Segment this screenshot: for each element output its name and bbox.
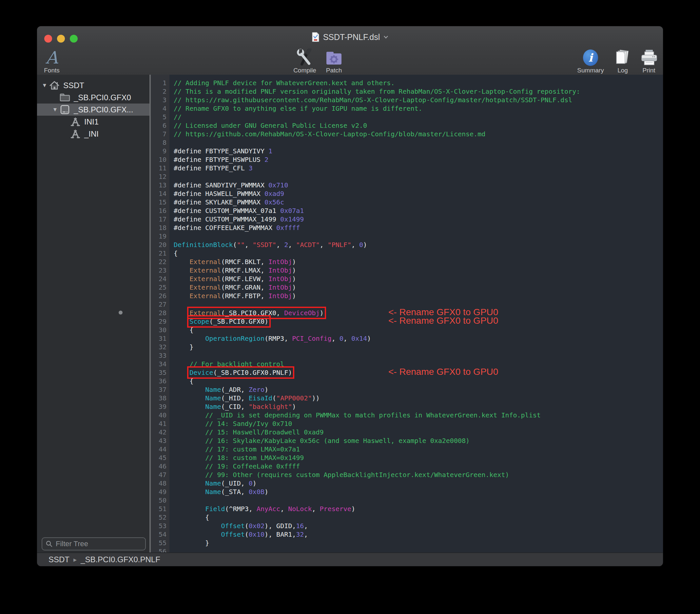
line-number: 45 [151, 453, 170, 462]
line-number: 53 [151, 522, 170, 530]
code-line-44[interactable]: // 17: custom LMAX=0x7a1 [170, 445, 663, 453]
code-line-18[interactable]: #define COFFEELAKE_PWMMAX 0xffff [170, 224, 663, 232]
code-line-54[interactable]: Offset(0x10), BAR1,32, [170, 530, 663, 539]
code-line-7[interactable]: // https://github.com/RehabMan/OS-X-Clov… [170, 130, 663, 138]
code-line-6[interactable]: // Licensed under GNU General Public Lic… [170, 121, 663, 130]
filter-tree-field[interactable]: Filter Tree [42, 537, 146, 550]
code-line-49[interactable]: Name(_STA, 0x0B) [170, 488, 663, 496]
search-icon [46, 540, 53, 548]
print-printer-icon [640, 49, 658, 66]
filter-placeholder: Filter Tree [56, 540, 88, 548]
line-number: 46 [151, 462, 170, 471]
tree-row-ini1[interactable]: INI1 [37, 116, 149, 128]
print-label: Print [633, 67, 663, 74]
code-line-47[interactable]: // 99: Other (requires custom AppleBackl… [170, 471, 663, 479]
compile-button[interactable]: Compile [289, 48, 321, 74]
tree-row-ssdt[interactable]: ▼ SSDT [37, 79, 149, 91]
line-number: 49 [151, 488, 170, 496]
code-line-39[interactable]: Name(_CID, "backlight") [170, 402, 663, 411]
code-line-13[interactable]: #define SANDYIVY_PWMMAX 0x710 [170, 181, 663, 189]
fonts-button[interactable]: A Fonts [40, 48, 64, 74]
code-line-51[interactable]: Field(^RMP3, AnyAcc, NoLock, Preserve) [170, 504, 663, 513]
code-line-9[interactable]: #define FBTYPE_SANDYIVY 1 [170, 147, 663, 155]
code-line-12[interactable] [170, 172, 663, 181]
code-line-41[interactable]: // 14: Sandy/Ivy 0x710 [170, 419, 663, 428]
code-line-1[interactable]: // Adding PNLF device for WhateverGreen.… [170, 79, 663, 87]
tree-row--ini[interactable]: _INI [37, 128, 149, 140]
code-line-24[interactable]: External(RMCF.LEVW, IntObj) [170, 275, 663, 283]
code-line-26[interactable]: External(RMCF.FBTP, IntObj) [170, 292, 663, 300]
code-line-36[interactable]: { [170, 377, 663, 385]
annotation-box: Device(_SB.PCI0.GFX0.PNLF) [189, 368, 292, 376]
code-line-20[interactable]: DefinitionBlock("", "SSDT", 2, "ACDT", "… [170, 240, 663, 249]
code-line-10[interactable]: #define FBTYPE_HSWPLUS 2 [170, 155, 663, 164]
code-line-46[interactable]: // 19: CoffeeLake 0xffff [170, 462, 663, 471]
code-line-38[interactable]: Name(_HID, EisaId("APP0002")) [170, 394, 663, 402]
code-line-30[interactable]: { [170, 326, 663, 334]
line-number: 38 [151, 394, 170, 402]
code-line-17[interactable]: #define CUSTOM_PWMMAX_1499 0x1499 [170, 215, 663, 224]
code-line-11[interactable]: #define FBTYPE_CFL 3 [170, 164, 663, 172]
tree-row--sb-pci0-gfx0[interactable]: _SB.PCI0.GFX0 [37, 91, 149, 103]
line-number: 32 [151, 343, 170, 351]
code-line-31[interactable]: OperationRegion(RMP3, PCI_Config, 0, 0x1… [170, 334, 663, 343]
line-number: 21 [151, 249, 170, 258]
code-line-3[interactable]: // https://raw.githubusercontent.com/Reh… [170, 96, 663, 104]
line-number: 41 [151, 419, 170, 428]
code-line-35[interactable]: Device(_SB.PCI0.GFX0.PNLF)<- Rename GFX0… [170, 368, 663, 377]
code-editor[interactable]: // Adding PNLF device for WhateverGreen.… [170, 75, 663, 552]
code-line-56[interactable] [170, 547, 663, 552]
line-number: 8 [151, 138, 170, 147]
toolbar: A Fonts Compile [37, 48, 663, 75]
code-line-42[interactable]: // 15: Haswell/Broadwell 0xad9 [170, 428, 663, 436]
breadcrumb-leaf[interactable]: _SB.PCI0.GFX0.PNLF [80, 555, 160, 564]
code-line-33[interactable] [170, 351, 663, 360]
tree-row-label: INI1 [81, 117, 99, 126]
code-line-8[interactable] [170, 138, 663, 147]
line-number: 5 [151, 113, 170, 121]
code-line-23[interactable]: External(RMCF.LMAX, IntObj) [170, 266, 663, 275]
summary-button[interactable]: i Summary [575, 48, 606, 74]
line-number: 15 [151, 198, 170, 206]
line-number: 42 [151, 428, 170, 436]
code-line-16[interactable]: #define CUSTOM_PWMMAX_07a1 0x07a1 [170, 206, 663, 215]
disclosure-triangle-icon[interactable]: ▼ [51, 106, 59, 113]
code-line-40[interactable]: // _UID is set depending on PWMMax to ma… [170, 411, 663, 419]
code-line-50[interactable] [170, 496, 663, 504]
line-number: 16 [151, 206, 170, 215]
code-line-55[interactable]: } [170, 539, 663, 547]
code-line-15[interactable]: #define SKYLAKE_PWMMAX 0x56c [170, 198, 663, 206]
patch-button[interactable]: Patch [318, 48, 350, 74]
tree-row--sb-pci0-gfx-[interactable]: ▼ _SB.PCI0.GFX... [37, 103, 149, 116]
print-button[interactable]: Print [633, 48, 663, 74]
disclosure-triangle-icon[interactable]: ▼ [40, 82, 49, 89]
code-line-37[interactable]: Name(_ADR, Zero) [170, 385, 663, 394]
title-bar[interactable]: SSDT-PNLF.dsl [37, 26, 663, 48]
code-line-43[interactable]: // 16: Skylake/KabyLake 0x56c (and some … [170, 436, 663, 445]
annotation-note: <- Rename GFX0 to GPU0 [388, 316, 498, 325]
code-line-32[interactable]: } [170, 343, 663, 351]
code-line-48[interactable]: Name(_UID, 0) [170, 479, 663, 488]
code-line-2[interactable]: // This is a modified PNLF version origi… [170, 87, 663, 96]
code-line-45[interactable]: // 18: custom LMAX=0x1499 [170, 453, 663, 462]
code-line-19[interactable] [170, 232, 663, 240]
code-line-22[interactable]: External(RMCF.BKLT, IntObj) [170, 258, 663, 266]
code-line-14[interactable]: #define HASWELL_PWMMAX 0xad9 [170, 189, 663, 198]
document-proxy-icon[interactable] [312, 32, 320, 42]
breadcrumb-root[interactable]: SSDT [49, 555, 70, 564]
line-number: 20 [151, 240, 170, 249]
code-line-52[interactable]: { [170, 513, 663, 522]
line-number: 4 [151, 104, 170, 113]
title-chevron-icon[interactable] [384, 35, 388, 39]
code-line-4[interactable]: // Rename GFX0 to anything else if your … [170, 104, 663, 113]
line-number: 27 [151, 300, 170, 309]
code-line-53[interactable]: Offset(0x02), GDID,16, [170, 522, 663, 530]
line-number: 28 [151, 309, 170, 317]
code-line-5[interactable]: // [170, 113, 663, 121]
code-line-29[interactable]: Scope(_SB.PCI0.GFX0)<- Rename GFX0 to GP… [170, 317, 663, 326]
code-line-21[interactable]: { [170, 249, 663, 258]
line-number: 30 [151, 326, 170, 334]
line-number: 29 [151, 317, 170, 326]
line-number: 35 [151, 368, 170, 377]
code-line-25[interactable]: External(RMCF.GRAN, IntObj) [170, 283, 663, 292]
